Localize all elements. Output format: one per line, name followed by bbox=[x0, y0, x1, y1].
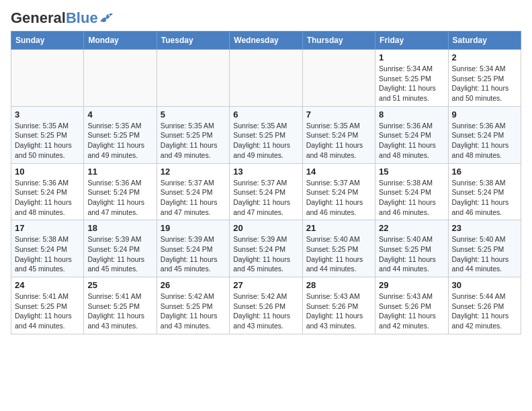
calendar-week-row: 10Sunrise: 5:36 AM Sunset: 5:24 PM Dayli… bbox=[11, 163, 521, 220]
day-info: Sunrise: 5:38 AM Sunset: 5:24 PM Dayligh… bbox=[15, 234, 80, 274]
day-number: 18 bbox=[87, 223, 152, 233]
day-number: 8 bbox=[379, 109, 444, 120]
day-number: 14 bbox=[306, 167, 371, 177]
weekday-header-monday: Monday bbox=[84, 32, 157, 50]
day-number: 19 bbox=[161, 223, 226, 233]
weekday-header-saturday: Saturday bbox=[448, 32, 521, 50]
day-number: 17 bbox=[15, 223, 80, 233]
weekday-header-thursday: Thursday bbox=[302, 32, 375, 50]
day-number: 10 bbox=[15, 167, 80, 177]
calendar-cell bbox=[11, 50, 84, 107]
calendar-cell: 5Sunrise: 5:35 AM Sunset: 5:25 PM Daylig… bbox=[157, 106, 229, 163]
calendar-cell: 1Sunrise: 5:34 AM Sunset: 5:25 PM Daylig… bbox=[375, 50, 448, 107]
calendar-cell: 15Sunrise: 5:38 AM Sunset: 5:24 PM Dayli… bbox=[375, 163, 448, 220]
day-number: 3 bbox=[15, 109, 80, 120]
weekday-header-friday: Friday bbox=[375, 32, 448, 50]
calendar-cell: 29Sunrise: 5:43 AM Sunset: 5:26 PM Dayli… bbox=[375, 277, 448, 334]
day-info: Sunrise: 5:35 AM Sunset: 5:25 PM Dayligh… bbox=[233, 121, 298, 161]
calendar-cell: 26Sunrise: 5:42 AM Sunset: 5:25 PM Dayli… bbox=[157, 277, 229, 334]
day-info: Sunrise: 5:36 AM Sunset: 5:24 PM Dayligh… bbox=[452, 121, 517, 161]
calendar-cell: 7Sunrise: 5:35 AM Sunset: 5:24 PM Daylig… bbox=[302, 106, 375, 163]
day-info: Sunrise: 5:40 AM Sunset: 5:25 PM Dayligh… bbox=[306, 234, 371, 274]
day-number: 12 bbox=[161, 167, 226, 177]
day-info: Sunrise: 5:43 AM Sunset: 5:26 PM Dayligh… bbox=[306, 291, 371, 331]
calendar-week-row: 3Sunrise: 5:35 AM Sunset: 5:25 PM Daylig… bbox=[11, 106, 521, 163]
calendar-cell: 18Sunrise: 5:39 AM Sunset: 5:24 PM Dayli… bbox=[84, 220, 157, 277]
day-info: Sunrise: 5:37 AM Sunset: 5:24 PM Dayligh… bbox=[161, 178, 226, 218]
calendar-header-row: SundayMondayTuesdayWednesdayThursdayFrid… bbox=[11, 32, 521, 50]
day-number: 29 bbox=[379, 280, 444, 290]
day-info: Sunrise: 5:40 AM Sunset: 5:25 PM Dayligh… bbox=[379, 234, 444, 274]
day-number: 20 bbox=[233, 223, 298, 233]
day-info: Sunrise: 5:35 AM Sunset: 5:25 PM Dayligh… bbox=[87, 121, 152, 161]
day-info: Sunrise: 5:37 AM Sunset: 5:24 PM Dayligh… bbox=[306, 178, 371, 218]
day-number: 30 bbox=[452, 280, 517, 290]
calendar-cell: 14Sunrise: 5:37 AM Sunset: 5:24 PM Dayli… bbox=[302, 163, 375, 220]
day-number: 28 bbox=[306, 280, 371, 290]
day-number: 16 bbox=[452, 167, 517, 177]
day-info: Sunrise: 5:35 AM Sunset: 5:25 PM Dayligh… bbox=[15, 121, 80, 161]
calendar-week-row: 1Sunrise: 5:34 AM Sunset: 5:25 PM Daylig… bbox=[11, 50, 521, 107]
calendar-cell bbox=[302, 50, 375, 107]
day-info: Sunrise: 5:37 AM Sunset: 5:24 PM Dayligh… bbox=[233, 178, 298, 218]
day-number: 5 bbox=[161, 109, 226, 120]
logo-bird-icon bbox=[99, 13, 113, 24]
day-info: Sunrise: 5:35 AM Sunset: 5:25 PM Dayligh… bbox=[161, 121, 226, 161]
day-number: 24 bbox=[15, 280, 80, 290]
day-info: Sunrise: 5:39 AM Sunset: 5:24 PM Dayligh… bbox=[161, 234, 226, 274]
day-info: Sunrise: 5:36 AM Sunset: 5:24 PM Dayligh… bbox=[87, 178, 152, 218]
calendar-cell: 13Sunrise: 5:37 AM Sunset: 5:24 PM Dayli… bbox=[230, 163, 302, 220]
logo: GeneralBlue bbox=[11, 11, 113, 26]
day-number: 1 bbox=[379, 52, 444, 62]
calendar-cell: 23Sunrise: 5:40 AM Sunset: 5:25 PM Dayli… bbox=[448, 220, 521, 277]
calendar-week-row: 17Sunrise: 5:38 AM Sunset: 5:24 PM Dayli… bbox=[11, 220, 521, 277]
calendar-cell: 11Sunrise: 5:36 AM Sunset: 5:24 PM Dayli… bbox=[84, 163, 157, 220]
day-info: Sunrise: 5:41 AM Sunset: 5:25 PM Dayligh… bbox=[87, 291, 152, 331]
day-number: 7 bbox=[306, 109, 371, 120]
calendar-cell: 17Sunrise: 5:38 AM Sunset: 5:24 PM Dayli… bbox=[11, 220, 84, 277]
day-info: Sunrise: 5:34 AM Sunset: 5:25 PM Dayligh… bbox=[452, 64, 517, 103]
day-info: Sunrise: 5:42 AM Sunset: 5:25 PM Dayligh… bbox=[161, 291, 226, 331]
calendar-cell: 28Sunrise: 5:43 AM Sunset: 5:26 PM Dayli… bbox=[302, 277, 375, 334]
day-number: 26 bbox=[161, 280, 226, 290]
calendar-cell bbox=[230, 50, 302, 107]
calendar-cell: 25Sunrise: 5:41 AM Sunset: 5:25 PM Dayli… bbox=[84, 277, 157, 334]
day-number: 4 bbox=[87, 109, 152, 120]
day-number: 23 bbox=[452, 223, 517, 233]
calendar-cell: 22Sunrise: 5:40 AM Sunset: 5:25 PM Dayli… bbox=[375, 220, 448, 277]
calendar-cell: 24Sunrise: 5:41 AM Sunset: 5:25 PM Dayli… bbox=[11, 277, 84, 334]
calendar-cell: 16Sunrise: 5:38 AM Sunset: 5:24 PM Dayli… bbox=[448, 163, 521, 220]
calendar-cell: 9Sunrise: 5:36 AM Sunset: 5:24 PM Daylig… bbox=[448, 106, 521, 163]
day-number: 21 bbox=[306, 223, 371, 233]
day-info: Sunrise: 5:43 AM Sunset: 5:26 PM Dayligh… bbox=[379, 291, 444, 331]
day-info: Sunrise: 5:40 AM Sunset: 5:25 PM Dayligh… bbox=[452, 234, 517, 274]
page-header: GeneralBlue bbox=[11, 11, 521, 26]
calendar-cell: 2Sunrise: 5:34 AM Sunset: 5:25 PM Daylig… bbox=[448, 50, 521, 107]
day-info: Sunrise: 5:35 AM Sunset: 5:24 PM Dayligh… bbox=[306, 121, 371, 161]
calendar-cell: 21Sunrise: 5:40 AM Sunset: 5:25 PM Dayli… bbox=[302, 220, 375, 277]
calendar-cell: 10Sunrise: 5:36 AM Sunset: 5:24 PM Dayli… bbox=[11, 163, 84, 220]
calendar-cell: 12Sunrise: 5:37 AM Sunset: 5:24 PM Dayli… bbox=[157, 163, 229, 220]
day-info: Sunrise: 5:38 AM Sunset: 5:24 PM Dayligh… bbox=[379, 178, 444, 218]
day-number: 11 bbox=[87, 167, 152, 177]
calendar-cell bbox=[84, 50, 157, 107]
weekday-header-tuesday: Tuesday bbox=[157, 32, 229, 50]
day-number: 22 bbox=[379, 223, 444, 233]
calendar-cell: 20Sunrise: 5:39 AM Sunset: 5:24 PM Dayli… bbox=[230, 220, 302, 277]
day-number: 25 bbox=[87, 280, 152, 290]
calendar-cell: 8Sunrise: 5:36 AM Sunset: 5:24 PM Daylig… bbox=[375, 106, 448, 163]
calendar-cell: 19Sunrise: 5:39 AM Sunset: 5:24 PM Dayli… bbox=[157, 220, 229, 277]
calendar-week-row: 24Sunrise: 5:41 AM Sunset: 5:25 PM Dayli… bbox=[11, 277, 521, 334]
day-info: Sunrise: 5:38 AM Sunset: 5:24 PM Dayligh… bbox=[452, 178, 517, 218]
day-number: 27 bbox=[233, 280, 298, 290]
calendar-cell bbox=[157, 50, 229, 107]
day-number: 6 bbox=[233, 109, 298, 120]
weekday-header-sunday: Sunday bbox=[11, 32, 84, 50]
calendar-cell: 3Sunrise: 5:35 AM Sunset: 5:25 PM Daylig… bbox=[11, 106, 84, 163]
day-number: 15 bbox=[379, 167, 444, 177]
logo-general: GeneralBlue bbox=[11, 11, 98, 26]
calendar-cell: 4Sunrise: 5:35 AM Sunset: 5:25 PM Daylig… bbox=[84, 106, 157, 163]
day-info: Sunrise: 5:39 AM Sunset: 5:24 PM Dayligh… bbox=[233, 234, 298, 274]
day-info: Sunrise: 5:36 AM Sunset: 5:24 PM Dayligh… bbox=[379, 121, 444, 161]
day-info: Sunrise: 5:39 AM Sunset: 5:24 PM Dayligh… bbox=[87, 234, 152, 274]
